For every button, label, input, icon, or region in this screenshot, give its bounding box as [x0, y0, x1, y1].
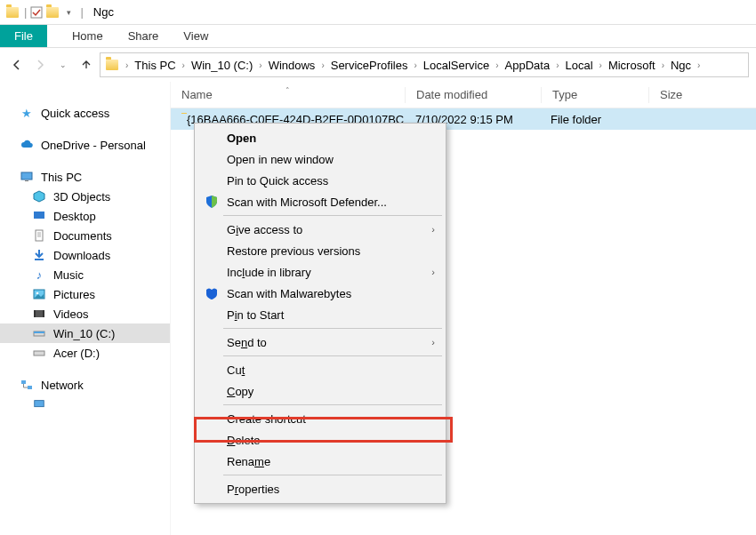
- sort-ascending-icon: ˄: [286, 86, 290, 95]
- sidebar-item-label: Win_10 (C:): [53, 327, 115, 340]
- ctx-open-new-window[interactable]: Open in new window: [197, 148, 444, 170]
- breadcrumb[interactable]: AppData: [503, 57, 553, 74]
- ctx-scan-malwarebytes[interactable]: Scan with Malwarebytes: [197, 283, 444, 304]
- breadcrumb[interactable]: LocalService: [421, 57, 492, 74]
- sidebar-item-label: Music: [53, 268, 84, 282]
- column-header-type[interactable]: Type: [542, 88, 648, 101]
- sidebar-item-downloads[interactable]: Downloads: [0, 245, 170, 265]
- folder-icon: [106, 60, 118, 70]
- chevron-right-icon[interactable]: ›: [495, 60, 498, 70]
- sidebar-item-videos[interactable]: Videos: [0, 304, 170, 323]
- chevron-right-icon[interactable]: ›: [259, 60, 261, 70]
- chevron-right-icon: ›: [431, 267, 435, 277]
- sidebar-item-3d-objects[interactable]: 3D Objects: [0, 187, 170, 206]
- column-label: Name: [181, 88, 213, 101]
- cloud-icon: [20, 138, 34, 152]
- drive-icon: [32, 346, 46, 360]
- sidebar-item-music[interactable]: ♪ Music: [0, 265, 170, 284]
- ctx-copy[interactable]: Copy: [197, 380, 444, 402]
- ctx-rename[interactable]: Rename: [197, 451, 444, 472]
- chevron-right-icon[interactable]: ›: [182, 60, 185, 70]
- sidebar-item-label: Network: [41, 379, 84, 392]
- breadcrumb[interactable]: Local: [562, 57, 595, 74]
- svg-rect-8: [35, 259, 44, 260]
- nav-row: ⌄ › This PC › Win_10 (C:) › Windows › Se…: [0, 48, 756, 82]
- ctx-give-access-to[interactable]: Give access to›: [197, 219, 444, 240]
- chevron-right-icon[interactable]: ›: [556, 60, 559, 70]
- ctx-include-library[interactable]: Include in library›: [197, 261, 444, 283]
- nav-up-button[interactable]: [76, 55, 96, 75]
- download-icon: [32, 248, 46, 262]
- svg-rect-19: [35, 401, 44, 407]
- tab-file[interactable]: File: [0, 25, 47, 47]
- ctx-delete[interactable]: Delete: [197, 429, 444, 451]
- chevron-right-icon[interactable]: ›: [414, 60, 416, 70]
- sidebar-item-this-pc[interactable]: This PC: [0, 167, 170, 187]
- sidebar-item-volume-d[interactable]: Acer (D:): [0, 343, 170, 363]
- address-bar[interactable]: › This PC › Win_10 (C:) › Windows › Serv…: [100, 52, 749, 77]
- chevron-right-icon: ›: [431, 337, 435, 347]
- nav-forward-button[interactable]: [30, 55, 50, 75]
- malwarebytes-icon: [204, 285, 220, 301]
- ctx-scan-defender[interactable]: Scan with Microsoft Defender...: [197, 191, 444, 212]
- svg-rect-1: [21, 172, 32, 180]
- network-icon: [20, 378, 34, 392]
- breadcrumb[interactable]: ServiceProfiles: [328, 57, 411, 74]
- sidebar: ★ Quick access OneDrive - Personal This …: [0, 82, 171, 535]
- chevron-right-icon[interactable]: ›: [697, 60, 700, 70]
- sidebar-item-label: Acer (D:): [53, 347, 100, 360]
- sidebar-item-network-pc[interactable]: [0, 395, 170, 414]
- svg-rect-16: [34, 351, 44, 355]
- breadcrumb[interactable]: This PC: [132, 57, 178, 74]
- tab-home[interactable]: Home: [60, 25, 116, 47]
- qa-check-icon[interactable]: [29, 6, 44, 19]
- sidebar-item-pictures[interactable]: Pictures: [0, 284, 170, 304]
- sidebar-item-documents[interactable]: Documents: [0, 226, 170, 245]
- sidebar-item-quick-access[interactable]: ★ Quick access: [0, 103, 170, 123]
- sidebar-item-network[interactable]: Network: [0, 375, 170, 395]
- desktop-icon: [32, 209, 46, 223]
- column-header-size[interactable]: Size: [649, 88, 720, 101]
- sidebar-item-onedrive[interactable]: OneDrive - Personal: [0, 135, 170, 155]
- window-title: Ngc: [93, 5, 114, 19]
- nav-history-dropdown[interactable]: ⌄: [53, 55, 73, 75]
- chevron-right-icon[interactable]: ›: [321, 60, 324, 70]
- picture-icon: [32, 287, 46, 301]
- ctx-pin-quick-access[interactable]: Pin to Quick access: [197, 170, 444, 191]
- sidebar-item-label: Quick access: [41, 107, 109, 120]
- ctx-cut[interactable]: Cut: [197, 359, 444, 380]
- cube-icon: [32, 189, 46, 204]
- sidebar-item-label: This PC: [41, 171, 82, 184]
- svg-rect-0: [31, 7, 42, 18]
- nav-back-button[interactable]: [7, 55, 27, 75]
- chevron-right-icon[interactable]: ›: [599, 60, 602, 70]
- drive-icon: [32, 326, 46, 340]
- svg-point-10: [36, 292, 39, 295]
- sidebar-item-label: 3D Objects: [53, 190, 110, 204]
- breadcrumb[interactable]: Microsoft: [606, 57, 658, 74]
- sidebar-item-desktop[interactable]: Desktop: [0, 206, 170, 226]
- svg-rect-4: [36, 230, 43, 241]
- breadcrumb[interactable]: Win_10 (C:): [189, 57, 255, 74]
- column-header-name[interactable]: Name ˄: [171, 88, 405, 101]
- music-icon: ♪: [32, 268, 46, 282]
- shield-icon: [204, 194, 220, 210]
- ctx-pin-start[interactable]: Pin to Start: [197, 304, 444, 325]
- chevron-right-icon[interactable]: ›: [662, 60, 664, 70]
- ctx-create-shortcut[interactable]: Create shortcut: [197, 408, 444, 429]
- tab-view[interactable]: View: [171, 25, 221, 47]
- breadcrumb[interactable]: Ngc: [668, 57, 694, 74]
- sidebar-item-label: Pictures: [53, 288, 95, 301]
- column-header-date[interactable]: Date modified: [406, 88, 541, 101]
- document-icon: [32, 228, 46, 243]
- qa-dropdown-icon[interactable]: ▾: [61, 6, 76, 19]
- ctx-send-to[interactable]: Send to›: [197, 331, 444, 353]
- breadcrumb[interactable]: Windows: [266, 57, 318, 74]
- sidebar-item-label: Desktop: [53, 210, 96, 223]
- chevron-right-icon[interactable]: ›: [125, 60, 128, 70]
- ctx-open[interactable]: Open: [197, 127, 444, 148]
- tab-share[interactable]: Share: [116, 25, 172, 47]
- ctx-properties[interactable]: Properties: [197, 478, 444, 499]
- ctx-restore-versions[interactable]: Restore previous versions: [197, 240, 444, 261]
- sidebar-item-volume-c[interactable]: Win_10 (C:): [0, 323, 170, 343]
